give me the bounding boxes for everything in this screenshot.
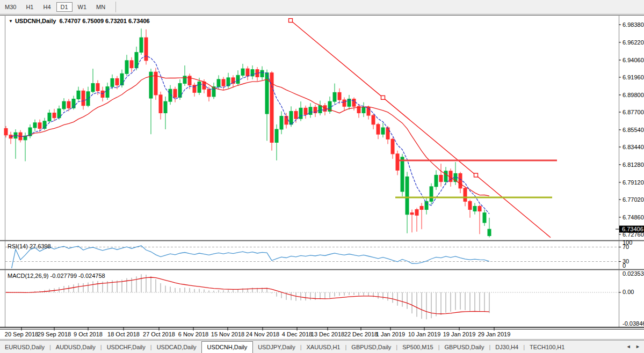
candlestick — [53, 113, 56, 118]
candlestick — [57, 109, 61, 118]
symbol-tab-gbpusd-9[interactable]: GBPUSD,Daily — [440, 342, 489, 352]
date-axis-label: 29 Jan 2019 — [478, 331, 511, 337]
price-axis-label: 6.81280 — [623, 161, 644, 168]
rsi-indicator-label: RSI(14) 27.6398 — [8, 243, 51, 249]
candlestick — [38, 123, 41, 129]
rsi-value: 27.6398 — [30, 243, 51, 249]
timeframe-toolbar: M30H1H4D1W1MN — [0, 0, 644, 14]
timeframe-button-w1[interactable]: W1 — [74, 2, 91, 12]
candlestick — [381, 128, 385, 134]
price-chart-canvas[interactable]: 6.983806.962206.940606.919606.898006.877… — [0, 14, 644, 340]
symbol-tab-eurusd-0[interactable]: EURUSD,Daily — [0, 342, 49, 352]
chart-window[interactable]: 6.983806.962206.940606.919606.898006.877… — [0, 14, 644, 340]
macd-indicator-label: MACD(12,26,9) -0.027799 -0.024758 — [8, 273, 105, 279]
price-axis-labels: 6.983806.962206.940606.919606.898006.877… — [619, 21, 644, 238]
candlestick — [43, 121, 46, 129]
price-axis-label: 6.91960 — [623, 74, 644, 80]
symbol-tab-audusd-1[interactable]: AUDUSD,Daily — [51, 342, 100, 352]
price-axis-label: 6.74860 — [623, 214, 644, 220]
timeframe-button-mn[interactable]: MN — [92, 2, 110, 12]
chart-symbol: USDCNH,Daily — [15, 18, 56, 24]
candlestick — [473, 206, 476, 211]
price-axis-label: 6.89800 — [623, 92, 644, 98]
price-axis-label: 6.96220 — [623, 39, 644, 46]
candlestick — [227, 78, 230, 86]
candlestick — [459, 173, 462, 188]
timeframe-button-h4[interactable]: H4 — [39, 2, 55, 12]
date-axis-label: 6 Nov 2018 — [178, 331, 208, 337]
candlestick — [183, 76, 186, 84]
rsi-pane — [5, 246, 619, 273]
candlestick — [275, 129, 278, 142]
symbol-tab-usdchf-2[interactable]: USDCHF,Daily — [102, 342, 150, 352]
symbol-tab-xauusd-6[interactable]: XAUUSD,H1 — [302, 342, 345, 352]
candlestick — [304, 108, 307, 114]
trendline-handle[interactable] — [381, 95, 385, 99]
candlestick — [193, 85, 196, 93]
macd-pane — [5, 274, 619, 319]
symbol-dropdown-icon[interactable]: ▼ — [9, 19, 13, 24]
candlestick — [386, 128, 389, 139]
candlestick — [483, 213, 486, 223]
candlestick — [468, 201, 472, 209]
candlestick — [246, 69, 249, 76]
timeframe-button-m30[interactable]: M30 — [1, 2, 20, 12]
candlestick — [265, 73, 269, 114]
candlestick — [406, 177, 409, 215]
price-axis-label: 6.79120 — [623, 179, 644, 186]
candlestick — [444, 171, 447, 182]
date-axis-label: 19 Jan 2019 — [443, 331, 476, 337]
candlestick — [372, 115, 375, 124]
descending-trendline[interactable] — [291, 20, 551, 238]
symbol-tab-usdcad-3[interactable]: USDCAD,Daily — [152, 342, 201, 352]
symbol-tab-usdcnh-4[interactable]: USDCNH,Daily — [201, 341, 254, 353]
candlestick — [77, 91, 80, 99]
candlestick — [130, 61, 133, 68]
candlestick — [217, 79, 220, 87]
candlestick — [62, 101, 66, 109]
symbol-tab-sp500-8[interactable]: SP500,M15 — [397, 342, 438, 352]
candlestick — [280, 116, 283, 129]
current-price-label: 6.73406 — [622, 226, 643, 232]
date-axis-label: 22 Dec 2018 — [344, 331, 378, 337]
symbol-tab-tech100-11[interactable]: TECH100,H1 — [525, 342, 569, 352]
candlestick — [67, 101, 70, 108]
price-axis-label: 6.87700 — [623, 109, 644, 115]
rsi-axis-label: 0 — [623, 262, 626, 269]
symbol-tab-usdjpy-5[interactable]: USDJPY,Daily — [253, 342, 300, 352]
candlestick — [91, 84, 95, 92]
candlestick — [420, 206, 423, 209]
macd-values: -0.027799 -0.024758 — [50, 273, 105, 279]
date-axis-label: 18 Oct 2018 — [107, 331, 140, 337]
tab-scroll-arrows[interactable]: ◄ ► — [626, 344, 642, 349]
timeframe-button-h1[interactable]: H1 — [21, 2, 38, 12]
candlestick — [352, 99, 356, 107]
candlestick — [106, 87, 109, 98]
date-axis-label: 13 Dec 2018 — [311, 331, 344, 337]
candlestick — [135, 53, 138, 68]
macd-axis-label: -0.038466 — [623, 320, 644, 327]
candlestick — [125, 61, 128, 73]
trendline-handle[interactable] — [289, 19, 293, 23]
candlestick — [319, 106, 322, 113]
price-axis-label: 6.83440 — [623, 144, 644, 150]
chart-ohlc-values: 6.74707 6.75009 6.73201 6.73406 — [59, 18, 149, 24]
symbol-tab-gbpusd-7[interactable]: GBPUSD,Daily — [346, 342, 396, 352]
symbol-tab-dj30-10[interactable]: DJ30,H4 — [490, 342, 523, 352]
candlestick — [309, 107, 312, 115]
price-axis-label: 6.94060 — [623, 57, 644, 63]
chart-title: ▼USDCNH,Daily 6.74707 6.75009 6.73201 6.… — [9, 18, 150, 24]
candlestick — [464, 188, 467, 201]
date-axis-label: 4 Dec 2018 — [282, 331, 312, 337]
candlestick — [144, 38, 148, 61]
timeframe-button-d1[interactable]: D1 — [56, 2, 73, 12]
macd-axis-label: 0.00 — [623, 289, 634, 295]
trendline-handle[interactable] — [474, 173, 478, 177]
date-axis-label: 1 Jan 2019 — [376, 331, 405, 337]
price-axis-label: 6.98380 — [623, 21, 644, 28]
candlestick — [333, 92, 336, 101]
candlestick — [410, 213, 414, 215]
candlestick — [294, 111, 298, 119]
date-axis-label: 27 Oct 2018 — [143, 331, 175, 337]
candlestick — [164, 101, 167, 113]
